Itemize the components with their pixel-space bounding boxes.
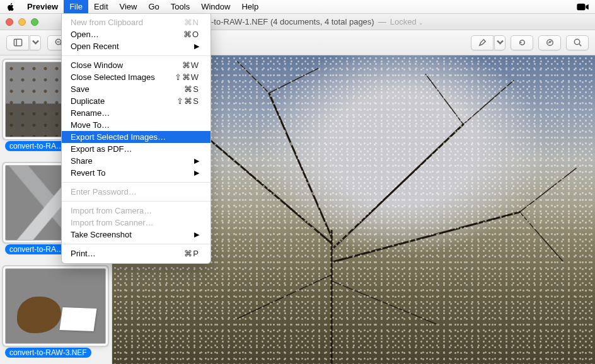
menubar-item-view[interactable]: View [114,0,143,13]
menu-item-export-as-pdf[interactable]: Export as PDF… [62,143,211,155]
file-menu-dropdown: New from Clipboard⌘NOpen…⌘OOpen Recent▶C… [61,14,211,264]
menubar-item-tools[interactable]: Tools [165,0,195,13]
menu-item-export-selected-images[interactable]: Export Selected Images… [62,131,211,143]
maximize-window-icon[interactable] [31,18,38,26]
sidebar-toggle[interactable] [6,35,41,50]
apple-logo-icon [6,3,15,11]
thumbnail-caption: convert-to-RA… [5,141,68,151]
menu-item-import-from-camera: Import from Camera… [62,205,211,217]
menu-item-take-screenshot[interactable]: Take Screenshot▶ [62,229,211,241]
menu-item-close-selected-images[interactable]: Close Selected Images⇧⌘W [62,71,211,83]
locked-indicator[interactable]: Locked⌄ [390,17,424,26]
menu-item-close-window[interactable]: Close Window⌘W [62,59,211,71]
highlight-button[interactable] [471,35,505,50]
menu-item-share[interactable]: Share▶ [62,155,211,167]
svg-rect-0 [577,3,585,10]
thumbnail-caption: convert-to-RAW-3.NEF [5,348,91,358]
traffic-lights [0,18,38,26]
chevron-right-icon: ▶ [194,157,199,165]
menu-item-open[interactable]: Open…⌘O [62,28,211,40]
menubar-item-edit[interactable]: Edit [88,0,113,13]
facetime-icon[interactable] [576,3,590,11]
search-button[interactable] [566,35,589,50]
thumbnail-caption: convert-to-RA… [5,244,68,254]
macos-menubar: Preview FileEditViewGoToolsWindowHelp [0,0,595,14]
minimize-window-icon[interactable] [18,18,26,26]
menubar-item-window[interactable]: Window [195,0,236,13]
menubar-app-name[interactable]: Preview [21,0,64,13]
menubar-item-help[interactable]: Help [236,0,264,13]
menu-item-revert-to[interactable]: Revert To▶ [62,167,211,179]
window-title: convert-to-RAW-1.NEF (4 documents, 4 tot… [184,17,374,26]
menubar-item-go[interactable]: Go [142,0,165,13]
thumbnail[interactable]: convert-to-RAW-3.NEF [5,268,107,360]
chevron-right-icon: ▶ [194,42,199,50]
thumbnail-image [5,268,106,344]
chevron-right-icon: ▶ [194,230,199,239]
markup-button[interactable] [538,35,561,50]
menu-item-rename[interactable]: Rename… [62,107,211,119]
chevron-right-icon: ▶ [194,169,199,177]
menu-item-open-recent[interactable]: Open Recent▶ [62,40,211,52]
menu-item-save[interactable]: Save⌘S [62,83,211,95]
close-window-icon[interactable] [6,18,13,26]
menubar-item-file[interactable]: File [64,0,88,13]
menu-item-print[interactable]: Print…⌘P [62,247,211,259]
svg-point-11 [574,39,579,44]
menu-item-import-from-scanner: Import from Scanner… [62,217,211,229]
svg-rect-1 [14,39,21,45]
menu-item-new-from-clipboard: New from Clipboard⌘N [62,16,211,28]
rotate-button[interactable] [511,35,533,50]
svg-line-12 [579,44,581,46]
menu-item-move-to[interactable]: Move To… [62,119,211,131]
menu-item-enter-password: Enter Password… [62,186,211,198]
menu-item-duplicate[interactable]: Duplicate⇧⌘S [62,95,211,107]
